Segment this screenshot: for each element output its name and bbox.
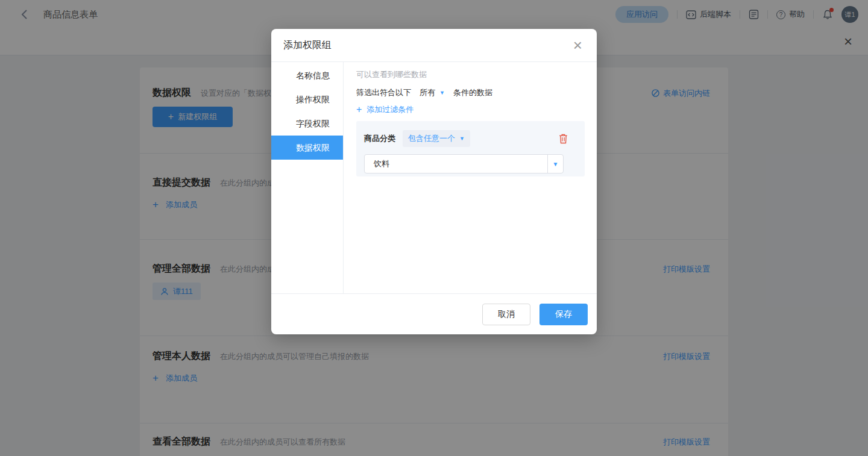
cancel-button[interactable]: 取消 <box>482 304 530 325</box>
condition-field-label: 商品分类 <box>364 133 395 144</box>
add-permission-group-dialog: 添加权限组 × 名称信息 操作权限 字段权限 数据权限 可以查看到哪些数据 筛选… <box>271 29 597 334</box>
data-scope-hint: 可以查看到哪些数据 <box>356 68 585 81</box>
condition-value-select[interactable]: 饮料 ▼ <box>364 154 564 173</box>
trash-icon <box>559 134 568 144</box>
add-filter-condition-link[interactable]: + 添加过滤条件 <box>356 104 414 115</box>
tab-field-permission[interactable]: 字段权限 <box>271 111 343 136</box>
tab-name-info[interactable]: 名称信息 <box>271 63 343 87</box>
dialog-title: 添加权限组 <box>283 39 332 52</box>
dialog-header: 添加权限组 × <box>271 29 597 62</box>
close-icon[interactable]: × <box>573 39 582 52</box>
caret-down-icon: ▼ <box>439 90 445 96</box>
delete-condition-button[interactable] <box>559 134 568 144</box>
tab-data-permission[interactable]: 数据权限 <box>271 136 343 160</box>
dialog-footer: 取消 保存 <box>271 293 597 334</box>
caret-down-icon: ▼ <box>459 136 465 142</box>
match-mode-select[interactable]: 所有 ▼ <box>420 87 445 98</box>
filter-prefix-label: 筛选出符合以下 <box>356 87 411 98</box>
caret-down-icon: ▼ <box>547 155 563 173</box>
condition-operator-select[interactable]: 包含任意一个 ▼ <box>403 130 470 147</box>
plus-icon: + <box>356 105 362 114</box>
dialog-content: 可以查看到哪些数据 筛选出符合以下 所有 ▼ 条件的数据 + 添加过滤条件 商品… <box>344 62 597 293</box>
filter-suffix-label: 条件的数据 <box>453 87 492 98</box>
tab-operation-permission[interactable]: 操作权限 <box>271 87 343 111</box>
dialog-tab-list: 名称信息 操作权限 字段权限 数据权限 <box>271 62 344 293</box>
save-button[interactable]: 保存 <box>539 304 588 325</box>
filter-condition-row: 商品分类 包含任意一个 ▼ 饮料 ▼ <box>356 121 585 176</box>
